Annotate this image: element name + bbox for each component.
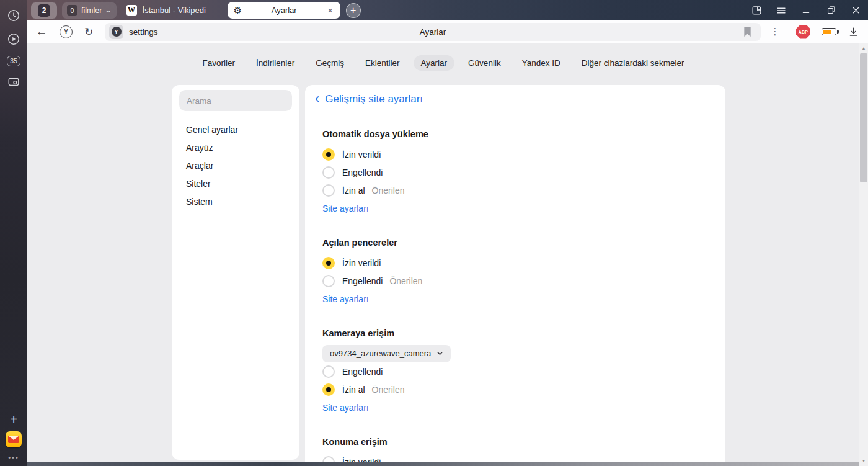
nav-tab-g-venlik[interactable]: Güvenlik <box>461 55 508 71</box>
menu-item-ara-lar[interactable]: Araçlar <box>179 156 292 174</box>
dropdown-row: ov9734_azurewave_camera <box>322 344 708 362</box>
page-scrollbar[interactable]: ▲ ▼ <box>859 43 868 466</box>
section-konuma-eri-im: Konuma erişimİzin verildi <box>322 437 708 466</box>
settings-layout: Genel ayarlarArayüzAraçlarSitelerSistem … <box>27 85 859 466</box>
scroll-up-icon[interactable]: ▲ <box>859 45 868 52</box>
side-panel-icon[interactable] <box>744 0 769 20</box>
radio-option-i-zin-al[interactable]: İzin alÖnerilen <box>322 181 708 199</box>
gear-icon: ⚙ <box>234 6 242 15</box>
search-input[interactable] <box>179 90 292 111</box>
chevron-down-icon <box>436 350 443 357</box>
link-row: Site ayarları <box>322 290 708 308</box>
radio-label: Engellendi <box>342 168 383 177</box>
minimize-button[interactable] <box>794 0 818 20</box>
menu-item-aray-z[interactable]: Arayüz <box>179 138 292 156</box>
window-controls <box>744 0 868 20</box>
tab-group-count-badge: 2 <box>38 4 50 17</box>
section-title: Kameraya erişim <box>322 328 708 341</box>
settings-menu: Genel ayarlarArayüzAraçlarSitelerSistem <box>179 120 292 210</box>
close-window-button[interactable] <box>843 0 868 20</box>
section-a-lan-pencereler: Açılan pencerelerİzin verildiEngellendiÖ… <box>322 238 708 308</box>
envelope-shape <box>8 436 19 443</box>
chevron-back-icon: ‹ <box>315 92 319 105</box>
radio-option-i-zin-verildi[interactable]: İzin verildi <box>322 145 708 163</box>
bookmark-icon[interactable] <box>743 27 752 37</box>
menu-item-siteler[interactable]: Siteler <box>179 174 292 192</box>
radio-option-engellendi[interactable]: Engellendi <box>322 163 708 181</box>
browser-menu-icon[interactable] <box>769 0 794 20</box>
nav-tab-ge-mi[interactable]: Geçmiş <box>308 55 352 71</box>
group-pinned-count: 0 <box>67 5 78 16</box>
radio-unselected-icon[interactable] <box>322 166 335 179</box>
toolbar-divider <box>787 25 787 38</box>
settings-sections: Otomatik dosya yüklemeİzin verildiEngell… <box>305 129 725 466</box>
radio-selected-icon[interactable] <box>322 257 335 269</box>
tab-ayarlar-active[interactable]: ⚙ Ayarlar × <box>228 2 340 19</box>
radio-option-i-zin-verildi[interactable]: İzin verildi <box>322 254 708 272</box>
radio-label: İzin verildi <box>342 258 381 268</box>
site-settings-link[interactable]: Site ayarları <box>322 204 369 213</box>
battery-icon[interactable] <box>822 28 839 35</box>
nav-tab-ayarlar[interactable]: Ayarlar <box>414 55 455 71</box>
yandex-button[interactable]: Y <box>60 25 73 38</box>
refresh-icon[interactable]: ↻ <box>80 25 97 38</box>
site-favicon: Y <box>109 25 123 39</box>
page-title: Ayarlar <box>420 27 446 37</box>
camera-select-dropdown[interactable]: ov9734_azurewave_camera <box>322 345 451 362</box>
scroll-down-icon[interactable]: ▼ <box>859 457 868 465</box>
sidebar-more-icon[interactable]: ••• <box>8 454 19 461</box>
window-bottom-edge <box>27 462 859 466</box>
radio-label: Engellendi <box>342 367 383 377</box>
radio-option-engellendi[interactable]: Engellendi <box>322 362 708 380</box>
radio-unselected-icon[interactable] <box>322 365 335 378</box>
new-tab-button[interactable]: + <box>346 3 361 18</box>
browser-window: 35 + ••• 2 0 filmler ⌄ W İstanbul - Viki… <box>0 0 868 466</box>
nav-tab-di-er-cihazlardaki-sekmeler[interactable]: Diğer cihazlardaki sekmeler <box>574 55 692 71</box>
tab-istanbul-vikipedi[interactable]: W İstanbul - Vikipedi <box>122 2 224 19</box>
radio-selected-icon[interactable] <box>322 148 335 161</box>
tab-group-filmler[interactable]: 0 filmler ⌄ <box>62 2 117 19</box>
back-icon[interactable]: ← <box>32 25 51 38</box>
adblock-plus-icon[interactable]: ABP <box>796 25 810 39</box>
restore-button[interactable] <box>818 0 843 20</box>
header-title: Gelişmiş site ayarları <box>325 93 423 105</box>
recommended-badge: Önerilen <box>372 385 405 395</box>
advanced-site-settings-header[interactable]: ‹ Gelişmiş site ayarları <box>305 85 725 114</box>
more-options-icon[interactable]: ⋮ <box>767 26 783 37</box>
sidebar-add-icon[interactable]: + <box>6 411 22 428</box>
downloads-icon[interactable] <box>848 26 859 38</box>
radio-selected-icon[interactable] <box>322 383 335 396</box>
radio-label: İzin al <box>342 385 365 395</box>
radio-label: İzin verildi <box>342 150 381 159</box>
chevron-down-icon: ⌄ <box>105 6 113 14</box>
link-row: Site ayarları <box>322 199 708 217</box>
history-icon[interactable] <box>6 7 22 24</box>
radio-option-i-zin-al[interactable]: İzin alÖnerilen <box>322 380 708 398</box>
nav-tab-yandex-id[interactable]: Yandex ID <box>515 55 568 71</box>
tab-group-counter[interactable]: 2 <box>31 2 57 19</box>
radio-option-engellendi[interactable]: EngellendiÖnerilen <box>322 272 708 290</box>
settings-page: FavorilerİndirilenlerGeçmişEklentilerAya… <box>27 43 859 466</box>
active-tab-title: Ayarlar <box>242 6 326 15</box>
browser-toolbar: ← Y ↻ Y settings Ayarlar ⋮ ABP <box>27 20 868 43</box>
tab-count-badge[interactable]: 35 <box>7 56 20 66</box>
settings-main-card: ‹ Gelişmiş site ayarları Otomatik dosya … <box>305 85 725 466</box>
screen-capture-icon[interactable] <box>6 74 22 90</box>
player-icon[interactable] <box>6 31 22 47</box>
address-bar[interactable]: Y settings Ayarlar <box>105 23 761 41</box>
radio-unselected-icon[interactable] <box>322 275 335 287</box>
radio-unselected-icon[interactable] <box>322 184 335 197</box>
scrollbar-thumb[interactable] <box>860 53 867 182</box>
site-settings-link[interactable]: Site ayarları <box>322 403 369 413</box>
close-tab-icon[interactable]: × <box>326 6 334 16</box>
menu-item-sistem[interactable]: Sistem <box>179 192 292 210</box>
yandex-mail-icon[interactable] <box>6 431 22 447</box>
menu-item-genel-ayarlar[interactable]: Genel ayarlar <box>179 120 292 138</box>
url-text[interactable]: settings <box>129 27 158 37</box>
recommended-badge: Önerilen <box>389 276 422 286</box>
nav-tab-i-ndirilenler[interactable]: İndirilenler <box>249 55 302 71</box>
nav-tab-favoriler[interactable]: Favoriler <box>195 55 242 71</box>
link-row: Site ayarları <box>322 398 708 416</box>
nav-tab-eklentiler[interactable]: Eklentiler <box>358 55 407 71</box>
site-settings-link[interactable]: Site ayarları <box>322 294 369 304</box>
